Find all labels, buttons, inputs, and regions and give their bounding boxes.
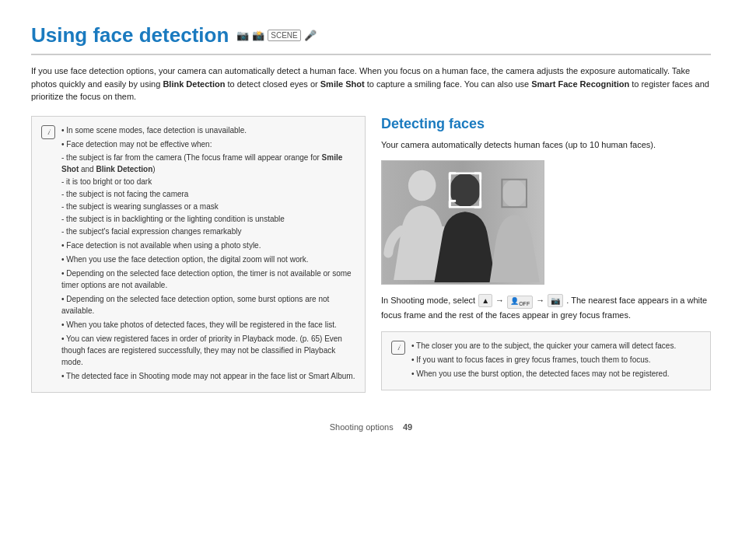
list-item: When you use the face detection option, … [61,254,355,265]
footer-text: Shooting options [330,422,394,432]
face-icon-inline: 📷 [548,294,563,307]
face-detection-svg [382,161,544,284]
page-footer: Shooting options 49 [31,416,711,432]
page-title: Using face detection [31,23,229,47]
note-list: In some scene modes, face detection is u… [61,124,355,382]
list-item: You can view registered faces in order o… [61,333,355,368]
page-number: 49 [403,422,412,432]
list-item: In some scene modes, face detection is u… [61,124,355,136]
camera-scene-image [381,160,544,285]
mic-icon: 🎤 [304,30,317,41]
list-item: Face detection may not be effective when… [61,138,355,237]
list-item: Depending on the selected face detection… [61,293,355,317]
list-item: Depending on the selected face detection… [61,268,355,291]
note-content: In some scene modes, face detection is u… [61,124,355,384]
right-note-box: 𝑖 The closer you are to the subject, the… [381,331,711,390]
face-detect-icon-inline: 👤OFF [507,296,533,309]
menu-icon-inline: ▲ [478,294,492,307]
detecting-faces-title: Detecting faces [381,116,711,132]
footer-spacer [396,422,401,432]
smart-face-bold: Smart Face Recognition [531,79,629,89]
camera-icon: 📷 [236,30,249,41]
left-column: 𝑖 In some scene modes, face detection is… [31,116,366,393]
scene-label: SCENE [268,30,300,41]
intro-paragraph: If you use face detection options, your … [31,65,711,103]
two-column-layout: 𝑖 In some scene modes, face detection is… [31,116,711,393]
right-list-item: If you want to focus faces in grey focus… [411,354,676,366]
smile-shot-bold: Smile Shot [320,79,365,89]
note-icon: 𝑖 [41,125,55,139]
svg-point-12 [502,180,527,208]
header-icons: 📷 📸 SCENE 🎤 [236,30,316,41]
sub-list-item: it is too bright or too dark [61,176,355,187]
sub-list-item: the subject's facial expression changes … [61,226,355,237]
sub-list: the subject is far from the camera (The … [61,152,355,237]
left-note-box: 𝑖 In some scene modes, face detection is… [31,116,366,393]
list-item: The detected face in Shooting mode may n… [61,370,355,382]
right-column: Detecting faces Your camera automaticall… [381,116,711,393]
svg-point-1 [408,170,436,201]
sub-list-item: the subject is not facing the camera [61,188,355,200]
right-note-content: The closer you are to the subject, the q… [411,340,676,382]
right-list-item: The closer you are to the subject, the q… [411,340,676,352]
list-item: Face detection is not available when usi… [61,240,355,251]
camera2-icon: 📸 [252,30,264,41]
sub-list-item: the subject is in backlighting or the li… [61,213,355,225]
right-list-item: When you use the burst option, the detec… [411,368,676,380]
intro-text-mid2: to capture a smiling face. You can also … [365,79,532,89]
right-note-list: The closer you are to the subject, the q… [411,340,676,380]
list-item: When you take photos of detected faces, … [61,319,355,331]
sub-list-item: the subject is wearing sunglasses or a m… [61,201,355,212]
shooting-mode-text: In Shooting mode, select ▲ → 👤OFF → 📷 . … [381,294,711,322]
right-note-icon: 𝑖 [391,341,405,355]
arrow2: → [536,296,547,305]
page-header: Using face detection 📷 📸 SCENE 🎤 [31,23,711,55]
blink-detection-bold: Blink Detection [163,79,225,89]
detect-description: Your camera automatically detects human … [381,138,711,152]
shooting-text-before: In Shooting mode, select [381,296,478,305]
sub-list-item: the subject is far from the camera (The … [61,152,355,175]
intro-text-mid1: to detect closed eyes or [225,79,320,89]
arrow1: → [495,296,506,305]
